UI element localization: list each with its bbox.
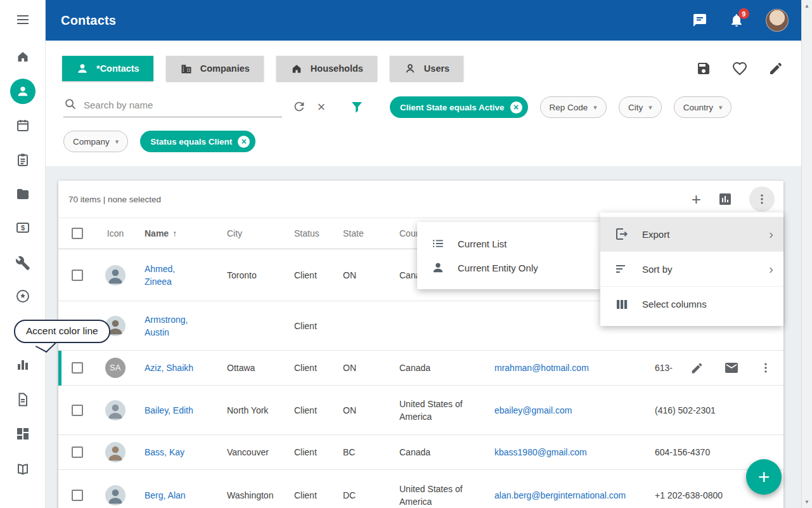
row-more-options-icon[interactable] [759,361,772,374]
sidebar-item-rewards[interactable] [15,289,30,304]
filter-chip-client-state[interactable]: Client State equals Active × [390,96,528,118]
filter-chip-status[interactable]: Status equals Client × [140,131,255,152]
sort-icon [614,261,629,277]
scroll-up-arrow-icon[interactable]: ▲ [802,3,812,9]
notifications-bell-icon[interactable]: 9 [729,13,744,28]
save-search-icon[interactable] [696,61,711,76]
contact-name-link[interactable]: Aziz, Shaikh [145,363,193,373]
contact-name-link[interactable]: Ahmed,Zineea [145,264,217,288]
tab-users[interactable]: Users [390,56,463,81]
contact-name-link[interactable]: Bass, Kay [145,447,184,457]
tab-companies-label: Companies [200,63,250,74]
clear-search-icon[interactable]: × [315,100,328,115]
search-input[interactable] [84,100,261,110]
phone-cell: 604-156-4370 [645,446,783,459]
more-options-button[interactable] [749,186,775,212]
country-cell: United States of America [389,483,484,508]
edit-row-pencil-icon[interactable] [690,361,704,375]
email-link[interactable]: mrahman@hotmail.com [494,363,589,373]
search-field[interactable] [63,97,282,117]
row-checkbox[interactable] [72,270,83,281]
tab-contacts[interactable]: *Contacts [62,56,153,81]
dollar-icon: $ [21,224,25,231]
select-all-checkbox[interactable] [72,228,83,239]
sidebar-item-dashboard[interactable] [15,426,30,441]
add-item-icon[interactable]: + [692,191,701,207]
hamburger-menu-icon[interactable] [15,12,30,27]
sidebar-item-billing[interactable]: $ [15,221,30,237]
user-avatar[interactable] [766,9,789,32]
sidebar-item-reports[interactable] [15,357,30,372]
notification-count-badge: 9 [738,8,749,19]
table-row-selected[interactable]: SA Aziz, Shaikh Ottawa Client ON Canada … [58,351,783,386]
refresh-icon[interactable] [292,100,307,115]
filter-chip-rep-code[interactable]: Rep Code ▾ [540,96,607,118]
remove-filter-icon[interactable]: × [510,101,522,114]
row-checkbox[interactable] [72,405,83,416]
tab-companies[interactable]: Companies [166,56,264,81]
sidebar-item-contacts-active[interactable] [10,79,35,104]
chevron-down-icon: ▾ [593,103,597,112]
menu-item-export[interactable]: Export › [600,217,783,252]
phone-cell: (416) 502-2301 [645,404,783,417]
list-icon [431,237,445,251]
sidebar-item-tools[interactable] [15,256,30,271]
column-header-state[interactable]: State [333,228,389,238]
email-link[interactable]: kbass1980@gmail.com [494,447,587,457]
sidebar-item-tasks[interactable] [15,152,30,167]
submenu-item-current-list[interactable]: Current List [417,231,600,256]
email-link[interactable]: ebailey@gmail.com [494,405,572,415]
send-email-envelope-icon[interactable] [724,360,739,375]
country-cell: Canada [389,361,484,374]
row-checkbox[interactable] [72,362,83,374]
table-row[interactable]: Bailey, Edith North York Client ON Unite… [58,386,783,435]
state-cell: BC [333,446,389,459]
submenu-item-current-entity[interactable]: Current Entity Only [417,256,600,280]
column-header-status[interactable]: Status [284,228,333,238]
menu-item-label: Select columns [642,299,707,309]
remove-filter-icon[interactable]: × [238,136,250,148]
sidebar-item-documents[interactable] [15,392,30,407]
filter-chip-country[interactable]: Country ▾ [674,96,732,118]
filter-funnel-icon[interactable] [349,100,364,115]
page-scrollbar[interactable]: ▲ ▼ [801,0,812,508]
scroll-down-arrow-icon[interactable]: ▼ [802,499,812,505]
status-cell: Client [284,269,333,282]
tab-users-label: Users [424,63,449,74]
menu-item-sort-by[interactable]: Sort by › [600,252,783,287]
filter-chip-label: Client State equals Active [400,103,505,112]
tab-households[interactable]: Households [276,56,377,81]
column-header-icon[interactable]: Icon [96,228,134,238]
filter-chip-city[interactable]: City ▾ [619,96,662,118]
status-cell: Client [284,489,333,502]
column-header-name[interactable]: Name ↑ [134,228,217,238]
submenu-chevron-icon: › [769,262,773,277]
chart-view-icon[interactable] [718,192,733,207]
contact-name-link[interactable]: Bailey, Edith [145,405,193,415]
favorite-heart-icon[interactable] [732,61,747,76]
filter-chip-company[interactable]: Company ▾ [63,131,128,152]
city-cell: Vancouver [217,446,284,459]
sidebar-item-calendar[interactable] [15,118,30,133]
state-cell: ON [333,404,389,417]
menu-item-select-columns[interactable]: Select columns [600,287,783,322]
sidebar-item-files[interactable] [15,186,30,202]
row-hover-actions [690,351,772,385]
table-row[interactable]: Bass, Kay Vancouver Client BC Canada kba… [58,435,783,470]
edit-pencil-icon[interactable] [768,61,783,76]
add-contact-fab[interactable]: + [746,459,782,495]
contact-name-link[interactable]: Berg, Alan [145,490,186,500]
country-cell: Canada [389,446,484,459]
column-header-city[interactable]: City [217,228,284,238]
annotation-callout: Accent color line [14,320,110,343]
filter-panel: *Contacts Companies Households Users [46,41,801,166]
sidebar-item-address-book[interactable] [15,462,30,477]
search-icon [63,97,79,112]
contact-name-link[interactable]: Armstrong,Austin [145,315,217,339]
row-checkbox[interactable] [72,490,83,501]
table-row[interactable]: Berg, Alan Washington Client DC United S… [58,470,783,508]
sidebar-item-home[interactable] [15,49,30,64]
row-checkbox[interactable] [72,446,83,458]
chat-icon[interactable] [692,13,707,28]
email-link[interactable]: alan.berg@berginternational.com [494,490,626,500]
